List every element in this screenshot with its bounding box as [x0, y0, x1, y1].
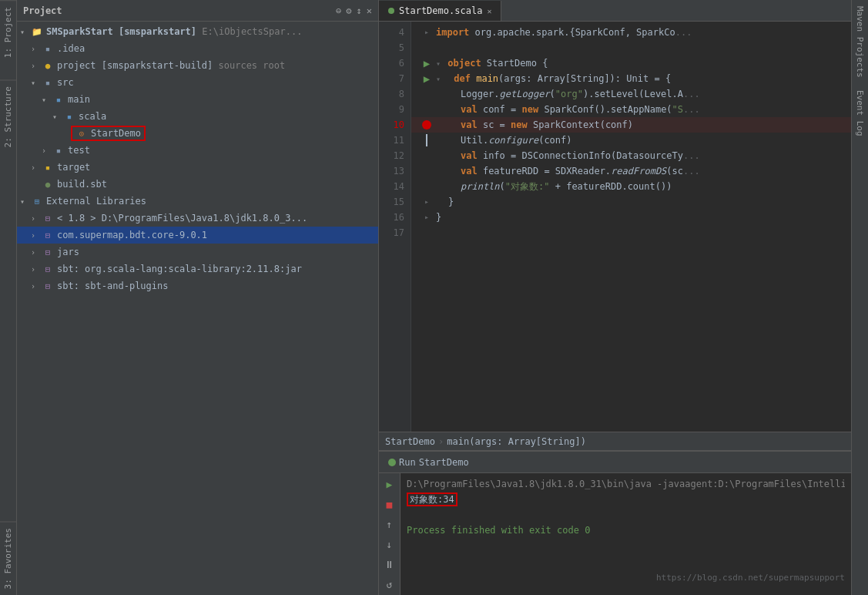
fold-icon-15: ▸	[424, 194, 429, 210]
line-num-6: 6	[379, 55, 411, 71]
tree-label-scala: scala	[79, 111, 106, 122]
line-num-17: 17	[379, 225, 411, 240]
rerun-button[interactable]: ↺	[382, 577, 397, 592]
panel-header: Project ⊖ ⚙ ↕ ✕	[17, 0, 378, 22]
code-content-14: println("对象数:" + featureRDD.count())	[436, 179, 672, 194]
line-num-9: 9	[379, 102, 411, 117]
run-output-area: D:\ProgramFiles\Java1.8\jdk1.8.0_31\bin\…	[400, 473, 851, 595]
tree-item-ext-libs[interactable]: ▾ ⊞ External Libraries	[17, 193, 378, 210]
tree-item-src[interactable]: ▾ ▪ src	[17, 74, 378, 91]
tree-item-scala[interactable]: ▾ ▪ scala	[17, 108, 378, 125]
sidebar-tab-favorites[interactable]: 3: Favorites	[0, 521, 16, 595]
code-content-16: }	[436, 210, 441, 225]
tree-item-project-build[interactable]: › ● project [smsparkstart-build] sources…	[17, 57, 378, 74]
breadcrumb-main: main(args: Array[String])	[447, 436, 586, 447]
line-num-16: 16	[379, 210, 411, 225]
tab-close-button[interactable]: ✕	[487, 7, 491, 15]
tree-item-supermap[interactable]: › ⊟ com.supermap.bdt.core-9.0.1	[17, 227, 378, 244]
tree-item-root[interactable]: ▾ 📁 SMSparkStart [smsparkstart] E:\iObje…	[17, 23, 378, 40]
editor-area: StartDemo.scala ✕ 4 5 6 7 8 9 10 11 12 1…	[379, 0, 851, 595]
tree-item-main[interactable]: ▾ ▪ main	[17, 91, 378, 108]
expand-arrow-ext-libs: ▾	[20, 197, 31, 206]
sidebar-tab-structure[interactable]: 2: Structure	[0, 79, 16, 153]
gutter-10	[417, 120, 436, 129]
right-sidebar: Maven Projects Event Log	[851, 0, 868, 595]
breadcrumb-startdemo[interactable]: StartDemo	[385, 436, 435, 447]
code-line-14: println("对象数:" + featureRDD.count())	[411, 179, 851, 194]
settings-icon[interactable]: ⚙	[346, 5, 351, 16]
jdk-icon: ⊟	[42, 212, 54, 224]
text-cursor	[426, 134, 427, 146]
ext-libs-icon: ⊞	[31, 195, 43, 207]
line-num-13: 13	[379, 163, 411, 179]
scala-lib-icon: ⊟	[42, 263, 54, 275]
stop-button[interactable]: ■	[382, 496, 397, 512]
folder-icon-main: ▪	[52, 93, 65, 106]
tree-label-scala-lib: sbt: org.scala-lang:scala-library:2.11.8…	[57, 264, 302, 274]
scala-file-icon: ⊙	[75, 127, 88, 140]
expand-arrow-project-build: ›	[31, 62, 42, 70]
collapse-all-icon[interactable]: ⊖	[336, 5, 341, 16]
tree-item-test[interactable]: › ▪ test	[17, 142, 378, 159]
left-sidebar-tabs: 1: Project 2: Structure 3: Favorites	[0, 0, 17, 595]
folder-icon-project-build: ●	[42, 59, 54, 72]
line-num-15: 15	[379, 194, 411, 210]
tree-item-build-sbt[interactable]: ● build.sbt	[17, 176, 378, 193]
supermap-icon: ⊟	[42, 229, 54, 241]
right-tab-eventlog[interactable]: Event Log	[852, 84, 868, 143]
line-num-12: 12	[379, 148, 411, 163]
tree-item-scala-lib[interactable]: › ⊟ sbt: org.scala-lang:scala-library:2.…	[17, 261, 378, 277]
line-num-8: 8	[379, 86, 411, 102]
sidebar-tab-project[interactable]: 1: Project	[0, 0, 16, 64]
jars-icon: ⊟	[42, 246, 54, 258]
fold-icon-4: ▸	[424, 25, 429, 40]
fold-icon-16: ▸	[424, 210, 429, 225]
tree-item-jars[interactable]: › ⊟ jars	[17, 244, 378, 261]
pause-button[interactable]: ⏸	[382, 556, 397, 572]
gutter-6: ▶	[417, 55, 436, 71]
tree-item-idea[interactable]: › ▪ .idea	[17, 40, 378, 57]
tree-item-target[interactable]: › ▪ target	[17, 159, 378, 176]
line-num-10: 10	[379, 117, 411, 133]
breakpoint-dot-10	[422, 120, 431, 129]
scroll-down-button[interactable]: ↓	[382, 536, 397, 552]
tree-item-jdk[interactable]: › ⊟ < 1.8 > D:\ProgramFiles\Java1.8\jdk1…	[17, 210, 378, 227]
code-content-4: import org.apache.spark.{SparkConf, Spar…	[436, 25, 692, 40]
code-line-6: ▶ ▾ object StartDemo {	[411, 55, 851, 71]
code-content-8: Logger.getLogger("org").setLevel(Level.A…	[436, 86, 700, 102]
line-num-4: 4	[379, 25, 411, 40]
tree-item-startdemo[interactable]: ⊙ StartDemo	[17, 125, 378, 142]
output-line-path: D:\ProgramFiles\Java1.8\jdk1.8.0_31\bin\…	[407, 476, 845, 492]
code-content-15: }	[436, 194, 454, 210]
startdemo-highlight-box: ⊙ StartDemo	[71, 126, 146, 141]
tree-label-idea: .idea	[57, 43, 85, 54]
folder-icon-target: ▪	[42, 161, 54, 173]
folder-icon-scala: ▪	[63, 110, 75, 123]
expand-arrow-main: ▾	[42, 96, 52, 104]
right-tab-maven[interactable]: Maven Projects	[852, 0, 868, 84]
bottom-panel: Run StartDemo ▶ ■ ↑ ↓ ⏸ ↺ D:\ProgramF	[379, 450, 851, 595]
editor-tab-startdemo[interactable]: StartDemo.scala ✕	[379, 1, 501, 21]
project-panel: Project ⊖ ⚙ ↕ ✕ ▾ 📁 SMSparkStart [smspar…	[17, 0, 379, 595]
tree-label-build-sbt: build.sbt	[57, 179, 107, 190]
line-num-11: 11	[379, 133, 411, 148]
code-line-16: ▸ }	[411, 210, 851, 225]
code-line-11: Util.configure(conf)	[411, 133, 851, 148]
run-arrow-7: ▶	[424, 71, 430, 86]
gutter-4: ▸	[417, 25, 436, 40]
tree-item-sbt-plugins[interactable]: › ⊟ sbt: sbt-and-plugins	[17, 277, 378, 294]
folder-icon-test: ▪	[52, 144, 65, 156]
code-content-12: val info = DSConnectionInfo(DatasourceTy…	[436, 148, 700, 163]
scroll-up-button[interactable]: ↑	[382, 516, 397, 532]
code-content-5	[436, 40, 441, 55]
code-content-7: ▾ def main(args: Array[String]): Unit = …	[436, 71, 671, 87]
expand-arrow-jars: ›	[31, 248, 42, 257]
expand-arrow-idea: ›	[31, 45, 42, 53]
scala-file-dot	[388, 8, 394, 14]
line-num-14: 14	[379, 179, 411, 194]
run-button[interactable]: ▶	[382, 476, 397, 492]
scroll-icon[interactable]: ↕	[357, 5, 362, 16]
output-line-finished: Process finished with exit code 0	[407, 523, 845, 538]
hide-icon[interactable]: ✕	[367, 5, 372, 16]
run-tab-run[interactable]: Run StartDemo	[382, 453, 475, 472]
